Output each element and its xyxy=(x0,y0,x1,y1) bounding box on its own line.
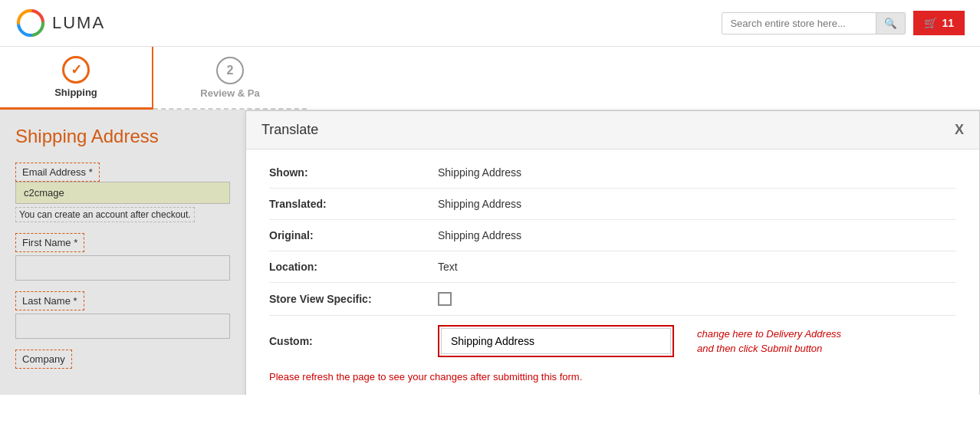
shown-label: Shown: xyxy=(269,166,438,179)
store-view-checkbox[interactable] xyxy=(438,292,452,306)
custom-row: Custom: change here to Delivery Addressa… xyxy=(269,316,956,366)
custom-input[interactable] xyxy=(441,328,671,354)
translated-row: Translated: Shipping Address xyxy=(269,189,956,220)
checkout-steps: ✓ Shipping 2 Review & Pa xyxy=(0,47,980,110)
translate-dialog: Translate X Shown: Shipping Address Tran… xyxy=(245,110,980,395)
cart-icon: 🛒 xyxy=(924,17,937,29)
shown-row: Shown: Shipping Address xyxy=(269,157,956,189)
custom-input-wrapper xyxy=(438,325,674,357)
translated-label: Translated: xyxy=(269,198,438,210)
annotation-text: change here to Delivery Addressand then … xyxy=(697,327,841,356)
cart-button[interactable]: 🛒 11 xyxy=(913,11,965,35)
dialog-body: Shown: Shipping Address Translated: Ship… xyxy=(246,149,979,395)
original-value: Shipping Address xyxy=(438,229,521,241)
store-view-label: Store View Specific: xyxy=(269,293,438,305)
step-shipping[interactable]: ✓ Shipping xyxy=(0,47,153,110)
step-1-circle: ✓ xyxy=(62,56,90,84)
page-header: LUMA 🔍 🛒 11 xyxy=(0,0,980,47)
original-row: Original: Shipping Address xyxy=(269,220,956,251)
step-1-label: Shipping xyxy=(54,87,97,98)
header-right: 🔍 🛒 11 xyxy=(722,11,965,35)
logo-icon xyxy=(15,8,46,38)
original-label: Original: xyxy=(269,229,438,241)
search-button[interactable]: 🔍 xyxy=(876,13,905,34)
step-2-circle: 2 xyxy=(216,57,244,84)
location-row: Location: Text xyxy=(269,251,956,283)
step-review[interactable]: 2 Review & Pa xyxy=(153,47,307,110)
dialog-header: Translate X xyxy=(246,111,979,149)
store-view-row: Store View Specific: xyxy=(269,283,956,316)
logo: LUMA xyxy=(15,8,105,38)
main-area: Shipping Address Email Address * c2cmage… xyxy=(0,110,980,395)
dialog-close-x-button[interactable]: X xyxy=(955,122,964,138)
cart-count: 11 xyxy=(942,17,954,29)
location-value: Text xyxy=(438,261,458,273)
refresh-note: Please refresh the page to see your chan… xyxy=(269,371,956,383)
search-input[interactable] xyxy=(722,13,876,34)
step-2-label: Review & Pa xyxy=(200,87,259,99)
search-bar: 🔍 xyxy=(722,12,906,34)
custom-label: Custom: xyxy=(269,335,438,347)
dialog-title: Translate xyxy=(261,122,318,138)
shown-value: Shipping Address xyxy=(438,166,521,179)
translated-value: Shipping Address xyxy=(438,198,521,210)
location-label: Location: xyxy=(269,261,438,273)
logo-text: LUMA xyxy=(52,13,105,33)
